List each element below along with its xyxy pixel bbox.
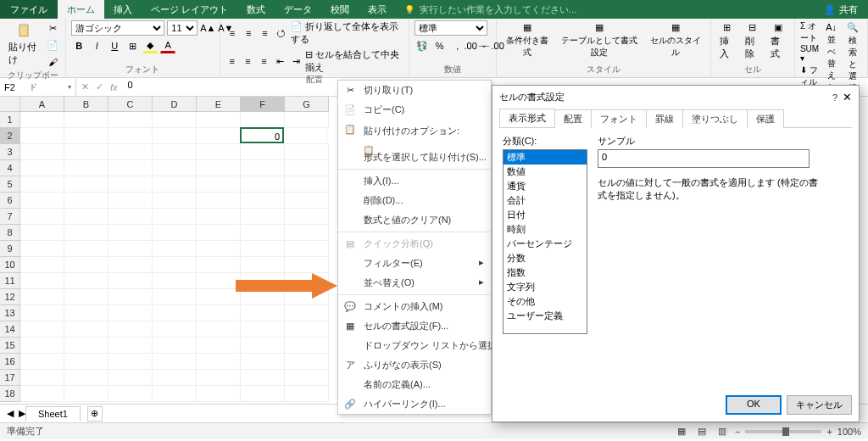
currency-button[interactable]: 💱 [415,38,430,53]
ctx-sort[interactable]: 並べ替え(O)▸ [338,273,491,293]
zoom-in-button[interactable]: + [826,427,832,437]
ctx-insert[interactable]: 挿入(I)... [338,171,491,191]
border-button[interactable]: ⊞ [125,38,140,53]
view-page-button[interactable]: ▤ [694,424,709,439]
tab-view[interactable]: 表示 [359,0,396,19]
inc-decimal-button[interactable]: .00→ [468,38,483,53]
delete-cells-button[interactable]: ⊟削除 [742,20,764,62]
file-tab[interactable]: ファイル [0,0,58,19]
zoom-slider[interactable] [745,430,821,433]
category-item[interactable]: 数値 [504,165,587,179]
wrap-text-button[interactable]: 📄 折り返して全体を表示する [291,20,403,46]
font-name-select[interactable]: 游ゴシック [71,20,164,36]
dialog-tab-fill[interactable]: 塗りつぶし [682,109,748,128]
tab-home[interactable]: ホーム [58,0,104,19]
row-header[interactable]: 7 [0,209,20,225]
ctx-paste-special[interactable]: 形式を選択して貼り付け(S)... [338,148,491,167]
category-list[interactable]: 標準 数値 通貨 会計 日付 時刻 パーセンテージ 分数 指数 文字列 その他 … [503,149,587,334]
indent-dec-button[interactable]: ⇤ [273,53,287,69]
ctx-cut[interactable]: ✂切り取り(T) [338,81,491,100]
close-button[interactable]: ✕ [843,91,852,103]
ctx-copy[interactable]: 📄コピー(C) [338,100,491,120]
row-header[interactable]: 18 [0,386,20,402]
format-as-table-button[interactable]: ▦テーブルとして書式設定 [556,20,643,60]
dialog-tab-font[interactable]: フォント [591,109,647,128]
category-item[interactable]: 時刻 [504,222,587,237]
cut-button[interactable]: ✂ [45,20,60,36]
view-break-button[interactable]: ▥ [715,424,730,439]
row-header[interactable]: 4 [0,160,20,176]
row-header[interactable]: 15 [0,338,20,354]
col-header[interactable]: G [285,97,329,112]
fx-icon[interactable]: fx [110,82,118,92]
dialog-tab-border[interactable]: 罫線 [646,109,683,128]
dialog-tab-format[interactable]: 表示形式 [499,109,555,127]
fill-color-button[interactable]: ◆ [142,38,158,53]
ctx-hyperlink[interactable]: 🔗ハイパーリンク(I)... [338,394,491,414]
zoom-out-button[interactable]: − [735,427,740,437]
ok-button[interactable]: OK [726,395,782,415]
ctx-format-cells[interactable]: ▦セルの書式設定(F)... [338,316,491,336]
row-header[interactable]: 5 [0,176,20,193]
bold-button[interactable]: B [71,38,86,53]
zoom-level[interactable]: 100% [837,427,861,437]
indent-inc-button[interactable]: ⇥ [289,53,303,69]
category-item[interactable]: その他 [504,294,587,309]
category-item[interactable]: 文字列 [504,280,587,294]
underline-button[interactable]: U [107,38,122,53]
ctx-paste-icon[interactable]: 📋 [338,141,491,148]
ctx-furigana[interactable]: アふりがなの表示(S) [338,355,491,375]
align-bot-button[interactable]: ≡ [258,25,271,41]
category-item[interactable]: ユーザー定義 [504,309,587,323]
nav-next-icon[interactable]: ▶ [19,408,25,419]
ctx-clear[interactable]: 数式と値のクリア(N) [338,210,491,230]
align-mid-button[interactable]: ≡ [242,25,255,41]
tell-me-box[interactable]: 実行したい作業を入力してください... [396,1,585,19]
new-sheet-button[interactable]: ⊕ [87,406,103,421]
category-item[interactable]: 分数 [504,251,587,265]
dialog-tab-alignment[interactable]: 配置 [554,109,592,128]
autosum-button[interactable]: Σ オート SUM ▾ [800,20,819,63]
share-button[interactable]: 👤共有 [814,1,868,19]
italic-button[interactable]: I [89,38,104,53]
percent-button[interactable]: % [432,38,448,53]
align-left-button[interactable]: ≡ [225,53,239,69]
row-header[interactable]: 11 [0,273,20,289]
format-painter-button[interactable]: 🖌 [45,54,60,70]
row-header[interactable]: 3 [0,144,20,160]
tab-pagelayout[interactable]: ページ レイアウト [142,0,237,19]
sheet-tab[interactable]: Sheet1 [25,406,81,421]
cancel-button[interactable]: キャンセル [787,395,852,415]
ctx-insert-comment[interactable]: 💬コメントの挿入(M) [338,297,491,316]
col-header[interactable]: C [108,97,153,112]
col-header[interactable]: F [241,97,285,112]
orientation-button[interactable]: ⭯ [275,25,288,41]
row-header[interactable]: 16 [0,354,20,370]
insert-cells-button[interactable]: ⊞挿入 [716,20,738,62]
ctx-filter[interactable]: フィルター(E)▸ [338,254,491,273]
row-header[interactable]: 6 [0,193,20,209]
name-box[interactable]: F2 [0,78,76,96]
row-header[interactable]: 14 [0,321,20,338]
category-item[interactable]: パーセンテージ [504,237,587,251]
copy-button[interactable]: 📄 [45,37,60,53]
enter-formula-button[interactable]: ✓ [96,81,103,92]
help-button[interactable]: ? [832,92,837,103]
col-header[interactable]: E [197,97,241,112]
select-all-corner[interactable] [0,97,20,112]
tab-insert[interactable]: 挿入 [104,0,142,19]
cell-styles-button[interactable]: ▦セルのスタイル [647,20,705,60]
category-item[interactable]: 会計 [504,193,587,208]
format-cells-button[interactable]: ▣書式 [767,20,789,62]
col-header[interactable]: A [20,97,64,112]
category-item[interactable]: 通貨 [504,179,587,193]
number-format-select[interactable]: 標準 [415,20,487,36]
row-header[interactable]: 9 [0,241,20,257]
nav-prev-icon[interactable]: ◀ [7,408,14,419]
merge-center-button[interactable]: ⊟ セルを結合して中央揃え [305,48,403,74]
dialog-tab-protection[interactable]: 保護 [747,109,784,128]
comma-button[interactable]: , [450,38,465,53]
row-header[interactable]: 1 [0,112,20,128]
tab-formulas[interactable]: 数式 [237,0,275,19]
category-item[interactable]: 日付 [504,208,587,222]
